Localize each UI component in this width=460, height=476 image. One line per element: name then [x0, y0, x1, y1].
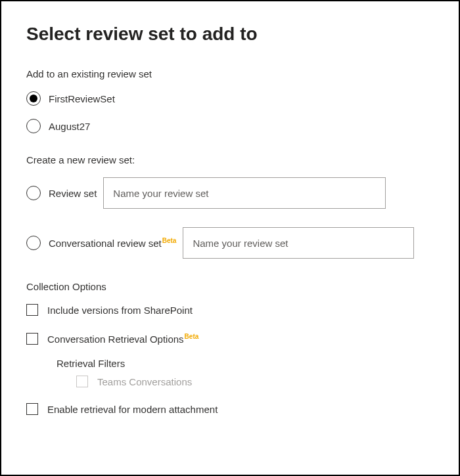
checkbox-label: Include versions from SharePoint — [47, 305, 193, 316]
radio-icon[interactable] — [26, 236, 41, 250]
checkbox-icon[interactable] — [26, 403, 38, 415]
retrieval-filters-section: Retrieval Filters Teams Conversations — [57, 358, 434, 387]
create-section-label: Create a new review set: — [26, 154, 434, 165]
radio-option-firstreviewset[interactable]: FirstReviewSet — [26, 91, 434, 106]
checkbox-enable-modern-attachment[interactable]: Enable retrieval for modern attachment — [26, 403, 434, 415]
retrieval-filters-title: Retrieval Filters — [57, 358, 434, 369]
checkbox-icon — [76, 376, 88, 387]
page-title: Select review set to add to — [26, 24, 434, 45]
checkbox-icon[interactable] — [26, 304, 38, 316]
existing-section-label: Add to an existing review set — [26, 68, 434, 79]
beta-badge: Beta — [162, 237, 177, 244]
radio-label: Conversational review setBeta — [49, 237, 176, 249]
checkbox-label: Conversation Retrieval OptionsBeta — [47, 333, 198, 345]
radio-label-text: Conversational review set — [49, 238, 162, 249]
radio-icon[interactable] — [26, 119, 41, 133]
checkbox-include-versions[interactable]: Include versions from SharePoint — [26, 304, 434, 316]
radio-label: August27 — [49, 121, 90, 132]
checkbox-conversation-retrieval[interactable]: Conversation Retrieval OptionsBeta — [26, 333, 434, 345]
conversational-review-set-name-input[interactable] — [183, 227, 414, 259]
radio-label: FirstReviewSet — [49, 93, 115, 104]
checkbox-teams-conversations: Teams Conversations — [76, 376, 434, 387]
review-set-name-input[interactable] — [103, 177, 386, 209]
collection-options-label: Collection Options — [26, 281, 434, 292]
radio-option-august27[interactable]: August27 — [26, 119, 434, 133]
select-review-set-panel: Select review set to add to Add to an ex… — [0, 0, 460, 476]
radio-option-new-review-set[interactable]: Review set — [26, 177, 434, 209]
radio-label: Review set — [49, 188, 97, 199]
checkbox-label: Teams Conversations — [97, 376, 192, 387]
checkbox-label-text: Conversation Retrieval Options — [47, 334, 184, 345]
checkbox-icon[interactable] — [26, 333, 38, 345]
radio-icon[interactable] — [26, 91, 41, 106]
radio-icon[interactable] — [26, 186, 41, 200]
radio-option-conversational-review-set[interactable]: Conversational review setBeta — [26, 227, 434, 259]
beta-badge: Beta — [185, 333, 199, 340]
checkbox-label: Enable retrieval for modern attachment — [47, 404, 218, 415]
